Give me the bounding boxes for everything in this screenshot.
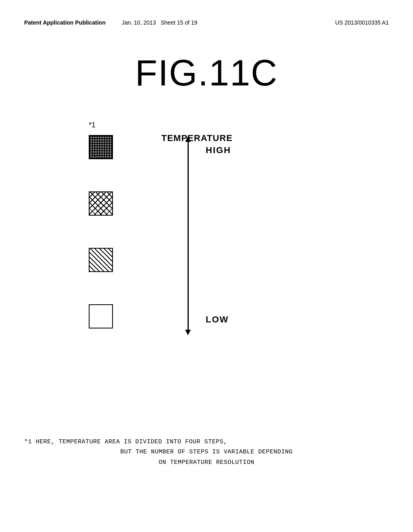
figure-title: FIG.11C xyxy=(0,52,413,94)
legend-box-dense xyxy=(89,135,113,159)
footnote-line-1: *1 HERE, TEMPERATURE AREA IS DIVIDED INT… xyxy=(24,437,389,447)
publication-date: Jan. 10, 2013 Sheet 15 of 19 xyxy=(122,19,198,26)
legend-item-4 xyxy=(89,304,113,328)
footnote-marker: *1 xyxy=(89,121,96,129)
publication-label: Patent Application Publication xyxy=(24,19,106,26)
legend-item-3 xyxy=(89,248,113,272)
temperature-label: TEMPERATURE xyxy=(161,133,233,143)
footnote-line-3: ON TEMPERATURE RESOLUTION xyxy=(24,457,389,468)
page-header: Patent Application Publication Jan. 10, … xyxy=(24,19,389,26)
patent-number: US 2013/0010335 A1 xyxy=(335,19,389,26)
low-label: LOW xyxy=(206,314,229,325)
legend-box-diagonal xyxy=(89,248,113,272)
diagram-area: *1 TEMPERATURE HIGH LOW xyxy=(81,121,282,363)
legend-item-2 xyxy=(89,191,113,216)
footnote-text: *1 HERE, TEMPERATURE AREA IS DIVIDED INT… xyxy=(24,437,389,468)
footnote-line-2: BUT THE NUMBER OF STEPS IS VARIABLE DEPE… xyxy=(24,447,389,457)
legend-box-diamond xyxy=(89,191,113,216)
legend-item-1 xyxy=(89,135,113,159)
legend-box-empty xyxy=(89,304,113,328)
temperature-arrow xyxy=(188,141,189,330)
high-label: HIGH xyxy=(206,145,231,156)
